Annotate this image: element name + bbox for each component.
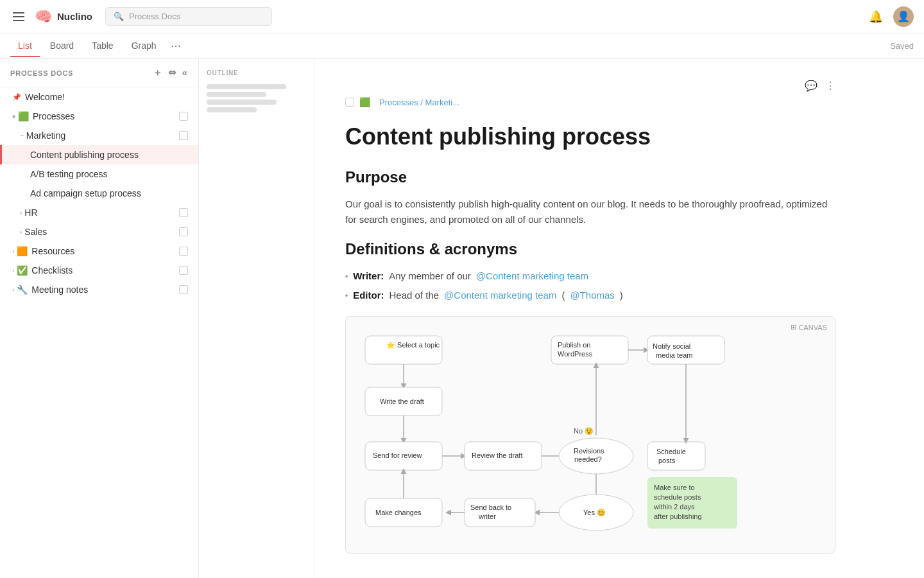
item-checkbox[interactable]: [179, 285, 188, 294]
breadcrumb-checkbox[interactable]: [345, 98, 354, 107]
outline-line: [207, 100, 277, 105]
svg-rect-32: [465, 498, 535, 527]
avatar[interactable]: 👤: [893, 6, 914, 27]
editor-label: Editor:: [353, 288, 384, 303]
tab-more-icon[interactable]: ⋯: [167, 35, 185, 57]
item-checkbox[interactable]: [179, 131, 188, 140]
canvas-label: ⊞ CANVAS: [791, 323, 827, 331]
purpose-text: Our goal is to consistently publish high…: [345, 197, 835, 227]
item-checkbox[interactable]: [179, 247, 188, 256]
logo-text: Nuclino: [57, 11, 92, 22]
content-marketing-team-link-1[interactable]: @Content marketing team: [476, 268, 588, 284]
expand-arrow: ›: [12, 267, 14, 274]
logo[interactable]: 🧠 Nuclino: [35, 8, 92, 25]
sidebar-item-label: Sales: [24, 227, 47, 237]
sidebar-item-label: Ad campaign setup process: [30, 188, 141, 198]
sidebar-item-welcome[interactable]: 📌 Welcome!: [0, 87, 198, 107]
section-heading-purpose: Purpose: [345, 168, 835, 186]
comments-icon[interactable]: 💬: [805, 80, 817, 92]
expand-icon[interactable]: ⇔: [168, 67, 177, 79]
svg-text:Review the draft: Review the draft: [472, 451, 522, 459]
item-checkbox[interactable]: [179, 266, 188, 275]
sidebar-item-content-publishing[interactable]: Content publishing process: [0, 145, 198, 164]
svg-text:Schedule: Schedule: [656, 448, 686, 455]
sidebar-header: PROCESS DOCS ＋ ⇔ «: [0, 59, 198, 87]
sidebar-item-ab-testing[interactable]: A/B testing process: [0, 164, 198, 184]
expand-arrow: ›: [12, 286, 14, 293]
item-checkbox[interactable]: [179, 227, 188, 236]
notifications-icon[interactable]: 🔔: [869, 10, 883, 24]
tab-bar: List Board Table Graph ⋯ Saved: [0, 33, 924, 59]
sidebar-item-resources[interactable]: › 🟧 Resources: [0, 241, 198, 261]
sidebar-item-label: Resources: [31, 246, 74, 256]
canvas-container: ⊞ CANVAS ⭐ Select a topic Publish on Wor…: [345, 316, 835, 554]
collapse-sidebar-icon[interactable]: «: [182, 67, 188, 79]
breadcrumb-icon: 🟩: [359, 97, 370, 107]
outline-line: [207, 84, 286, 89]
content-area: OUTLINE 💬 ⋮ 🟩 Processes / Marketi...: [199, 59, 924, 578]
search-icon: 🔍: [114, 12, 124, 21]
sidebar-item-label: Welcome!: [25, 92, 65, 102]
sidebar-item-sales[interactable]: › Sales: [0, 222, 198, 241]
sidebar-item-label: Marketing: [26, 130, 65, 141]
sidebar-item-label: Meeting notes: [31, 285, 88, 295]
svg-text:Revisions: Revisions: [574, 447, 604, 455]
search-text: Process Docs: [129, 12, 180, 21]
svg-rect-0: [365, 336, 442, 364]
sidebar-item-hr[interactable]: › HR: [0, 203, 198, 222]
svg-text:Notify social: Notify social: [653, 342, 690, 350]
tab-graph[interactable]: Graph: [124, 35, 164, 57]
logo-icon: 🧠: [35, 8, 52, 25]
document-title: Content publishing process: [345, 123, 835, 150]
breadcrumb: 🟩 Processes / Marketi...: [345, 97, 835, 107]
expand-arrow: ›: [20, 229, 22, 236]
tab-board[interactable]: Board: [42, 35, 81, 57]
sidebar: PROCESS DOCS ＋ ⇔ « 📌 Welcome! ▾ 🟩 Proces…: [0, 59, 199, 578]
meeting-notes-icon: 🔧: [17, 285, 28, 295]
svg-text:Publish on: Publish on: [558, 341, 590, 349]
more-options-icon[interactable]: ⋮: [825, 80, 835, 92]
svg-text:after publishing: after publishing: [654, 512, 702, 520]
svg-text:posts: posts: [658, 457, 676, 464]
sidebar-header-actions: ＋ ⇔ «: [153, 67, 188, 79]
svg-text:⭐ Select a topic: ⭐ Select a topic: [386, 340, 440, 349]
sidebar-item-processes[interactable]: ▾ 🟩 Processes: [0, 107, 198, 126]
pin-icon: 📌: [12, 93, 21, 101]
svg-text:media team: media team: [656, 351, 692, 359]
definition-editor: Editor: Head of the @Content marketing t…: [345, 288, 835, 303]
nav-right: 🔔 👤: [869, 6, 914, 27]
tab-table[interactable]: Table: [84, 35, 121, 57]
saved-status: Saved: [890, 41, 914, 51]
content-marketing-team-link-2[interactable]: @Content marketing team: [444, 288, 556, 303]
svg-text:WordPress: WordPress: [558, 350, 593, 358]
document-area: 💬 ⋮ 🟩 Processes / Marketi... Content pub…: [314, 59, 866, 578]
section-heading-definitions: Definitions & acronyms: [345, 240, 835, 258]
svg-text:schedule posts: schedule posts: [654, 493, 701, 501]
sidebar-item-ad-campaign[interactable]: Ad campaign setup process: [0, 184, 198, 203]
svg-text:Write the draft: Write the draft: [380, 398, 424, 405]
thomas-link[interactable]: @Thomas: [570, 288, 614, 303]
checklists-icon: ✅: [17, 265, 28, 276]
svg-text:needed?: needed?: [574, 455, 602, 463]
item-checkbox[interactable]: [179, 112, 188, 121]
add-item-icon[interactable]: ＋: [153, 67, 163, 79]
hamburger-menu[interactable]: [10, 10, 27, 24]
main-layout: PROCESS DOCS ＋ ⇔ « 📌 Welcome! ▾ 🟩 Proces…: [0, 59, 924, 578]
resources-icon: 🟧: [17, 246, 28, 256]
doc-top-actions: 💬 ⋮: [345, 80, 835, 92]
svg-rect-6: [647, 336, 724, 364]
item-checkbox[interactable]: [179, 208, 188, 217]
outline-panel: OUTLINE: [199, 59, 314, 578]
search-bar[interactable]: 🔍 Process Docs: [105, 7, 272, 26]
svg-text:writer: writer: [478, 512, 496, 520]
sidebar-item-meeting-notes[interactable]: › 🔧 Meeting notes: [0, 280, 198, 299]
sidebar-item-marketing[interactable]: ~ Marketing: [0, 126, 198, 145]
top-nav: 🧠 Nuclino 🔍 Process Docs 🔔 👤: [0, 0, 924, 33]
svg-text:Yes 😊: Yes 😊: [583, 508, 606, 517]
svg-text:No 😟: No 😟: [574, 426, 594, 435]
tab-list[interactable]: List: [10, 35, 40, 57]
breadcrumb-link[interactable]: Processes / Marketi...: [379, 98, 459, 107]
svg-rect-25: [647, 442, 705, 470]
collapse-arrow: ~: [20, 132, 24, 139]
sidebar-item-checklists[interactable]: › ✅ Checklists: [0, 261, 198, 280]
